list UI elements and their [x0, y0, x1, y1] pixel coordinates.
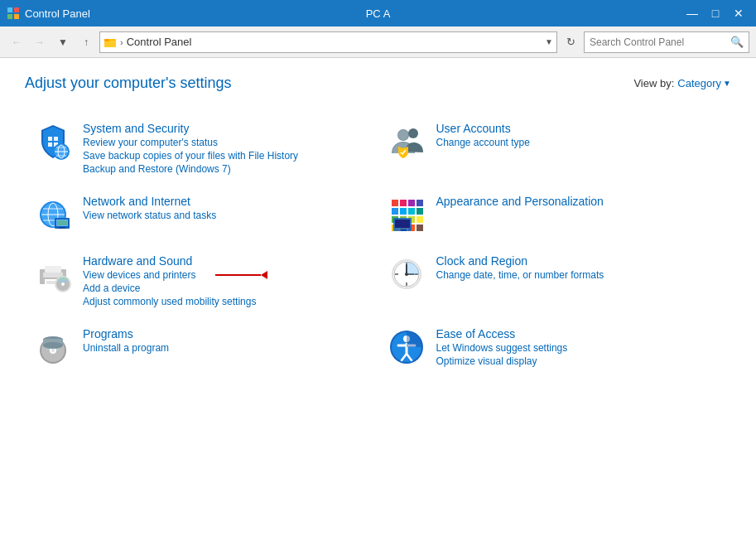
categories-grid: System and Security Review your computer… — [25, 112, 731, 377]
svg-rect-35 — [400, 208, 407, 215]
user-accounts-title[interactable]: User Accounts — [436, 122, 511, 135]
address-input[interactable] — [127, 36, 542, 48]
user-accounts-content: User Accounts Change account type — [436, 122, 530, 148]
system-security-link-3[interactable]: Backup and Restore (Windows 7) — [83, 163, 298, 175]
system-security-title[interactable]: System and Security — [83, 122, 189, 135]
page-header: Adjust your computer's settings View by:… — [25, 75, 731, 92]
ease-access-link-1[interactable]: Let Windows suggest settings — [436, 342, 568, 354]
title-bar: Control Panel PC A — □ ✕ — [0, 0, 756, 27]
programs-content: Programs Uninstall a program — [83, 327, 169, 354]
programs-title[interactable]: Programs — [83, 327, 133, 340]
category-network-internet: Network and Internet View network status… — [25, 185, 378, 244]
hardware-sound-content: Hardware and Sound View devices and prin… — [83, 254, 256, 307]
network-internet-title[interactable]: Network and Internet — [83, 195, 190, 208]
forward-button[interactable]: → — [30, 32, 50, 52]
recent-locations-button[interactable]: ▼ — [53, 32, 73, 52]
up-button[interactable]: ↑ — [76, 32, 96, 52]
hardware-sound-link-3[interactable]: Adjust commonly used mobility settings — [83, 296, 256, 307]
search-input[interactable] — [590, 36, 730, 48]
system-security-icon — [33, 122, 73, 162]
svg-rect-47 — [395, 220, 410, 228]
ease-access-content: Ease of Access Let Windows suggest setti… — [436, 327, 568, 367]
category-ease-access: Ease of Access Let Windows suggest setti… — [378, 317, 732, 377]
svg-point-18 — [398, 130, 408, 140]
svg-rect-48 — [401, 229, 407, 231]
clock-region-icon — [387, 254, 426, 294]
category-programs: Programs Uninstall a program — [25, 317, 378, 377]
programs-icon — [33, 327, 73, 367]
address-input-wrapper[interactable]: › ▼ — [99, 31, 557, 53]
system-security-link-2[interactable]: Save backup copies of your files with Fi… — [83, 150, 298, 162]
svg-rect-5 — [104, 41, 116, 47]
svg-rect-8 — [54, 137, 58, 141]
svg-point-19 — [408, 128, 418, 138]
svg-rect-29 — [57, 220, 67, 225]
svg-rect-6 — [104, 39, 109, 41]
svg-rect-31 — [400, 200, 407, 206]
svg-point-59 — [61, 282, 65, 286]
svg-rect-0 — [7, 7, 12, 12]
breadcrumb-separator: › — [120, 37, 123, 47]
window-controls: — □ ✕ — [681, 2, 749, 24]
user-accounts-link-1[interactable]: Change account type — [436, 137, 530, 148]
svg-rect-34 — [392, 208, 398, 215]
view-by-chevron-icon: ▼ — [723, 79, 731, 88]
title-bar-left: Control Panel — [7, 7, 90, 20]
clock-region-title[interactable]: Clock and Region — [436, 254, 528, 268]
address-chevron-icon[interactable]: ▼ — [545, 37, 553, 46]
app-icon — [7, 7, 20, 20]
folder-icon — [104, 36, 117, 49]
maximize-button[interactable]: □ — [705, 2, 726, 24]
hardware-sound-icon — [33, 254, 73, 294]
view-by-label: View by: — [633, 77, 674, 89]
window-title: PC A — [366, 7, 391, 20]
ease-access-link-2[interactable]: Optimize visual display — [436, 355, 568, 367]
system-security-link-1[interactable]: Review your computer's status — [83, 137, 298, 148]
appearance-title[interactable]: Appearance and Personalization — [436, 195, 604, 208]
clock-region-content: Clock and Region Change date, time, or n… — [436, 254, 604, 281]
svg-rect-36 — [408, 208, 415, 215]
refresh-button[interactable]: ↻ — [561, 32, 580, 52]
svg-point-76 — [43, 342, 63, 349]
svg-rect-37 — [417, 208, 423, 215]
arrow-annotation — [215, 271, 267, 279]
svg-rect-3 — [14, 14, 19, 19]
category-clock-region: Clock and Region Change date, time, or n… — [378, 244, 732, 317]
hardware-sound-link-2[interactable]: Add a device — [83, 282, 256, 294]
appearance-icon — [387, 195, 426, 234]
address-bar: ← → ▼ ↑ › ▼ ↻ 🔍 — [0, 27, 756, 58]
hardware-sound-link-1[interactable]: View devices and printers — [83, 269, 256, 281]
app-name-label: Control Panel — [25, 7, 90, 20]
ease-access-icon — [387, 327, 426, 367]
ease-access-title[interactable]: Ease of Access — [436, 327, 516, 340]
svg-rect-7 — [48, 137, 52, 141]
view-by-value-text: Category — [677, 77, 721, 89]
svg-rect-1 — [14, 7, 19, 12]
back-button[interactable]: ← — [7, 32, 26, 52]
view-by: View by: Category ▼ — [633, 77, 731, 89]
category-system-security: System and Security Review your computer… — [25, 112, 378, 185]
svg-rect-28 — [59, 227, 65, 229]
hardware-sound-title[interactable]: Hardware and Sound — [83, 254, 192, 268]
appearance-content: Appearance and Personalization — [436, 195, 604, 208]
search-icon[interactable]: 🔍 — [730, 36, 744, 48]
svg-rect-52 — [45, 266, 61, 273]
svg-rect-9 — [48, 142, 52, 147]
content-area: Adjust your computer's settings View by:… — [0, 58, 756, 560]
user-accounts-icon — [387, 122, 426, 162]
clock-region-link-1[interactable]: Change date, time, or number formats — [436, 269, 604, 281]
search-wrapper[interactable]: 🔍 — [584, 31, 749, 53]
svg-rect-45 — [417, 224, 423, 231]
network-internet-link-1[interactable]: View network status and tasks — [83, 210, 216, 221]
system-security-content: System and Security Review your computer… — [83, 122, 298, 175]
network-internet-content: Network and Internet View network status… — [83, 195, 216, 221]
svg-rect-2 — [7, 14, 12, 19]
programs-link-1[interactable]: Uninstall a program — [83, 342, 169, 354]
category-hardware-sound: Hardware and Sound View devices and prin… — [25, 244, 378, 317]
page-title: Adjust your computer's settings — [25, 75, 232, 92]
svg-rect-32 — [408, 200, 415, 206]
minimize-button[interactable]: — — [681, 2, 703, 24]
svg-rect-41 — [417, 216, 423, 223]
view-by-dropdown[interactable]: Category ▼ — [677, 77, 731, 89]
close-button[interactable]: ✕ — [728, 2, 749, 24]
